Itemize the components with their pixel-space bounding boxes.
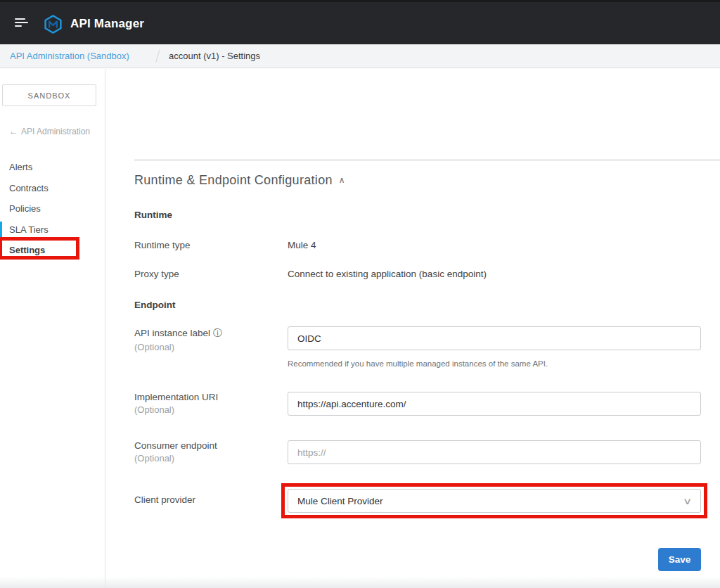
- consumer-endpoint-label-text: Consumer endpoint: [134, 440, 217, 451]
- optional-hint: (Optional): [134, 404, 218, 415]
- back-arrow-icon: ←: [9, 127, 18, 136]
- api-instance-label-helper-text: Recommended if you have multiple managed…: [288, 359, 548, 368]
- breadcrumb-separator-icon: [155, 49, 160, 62]
- proxy-type-value: Connect to existing application (basic e…: [288, 269, 487, 279]
- client-provider-selected-value: Mule Client Provider: [297, 496, 383, 506]
- chevron-down-icon: ∨: [683, 496, 693, 506]
- collapse-caret-icon[interactable]: ∧: [339, 175, 345, 185]
- optional-hint: (Optional): [134, 342, 222, 352]
- sidebar-item-policies[interactable]: Policies: [0, 198, 105, 219]
- hamburger-menu-icon[interactable]: [15, 18, 30, 28]
- info-icon[interactable]: ⓘ: [213, 328, 222, 338]
- client-provider-label: Client provider: [134, 494, 195, 505]
- app-header: API Manager: [0, 2, 720, 44]
- mulesoft-logo-icon[interactable]: [44, 15, 63, 34]
- optional-hint: (Optional): [134, 453, 217, 464]
- settings-panel: Runtime & Endpoint Configuration∧ Runtim…: [106, 69, 720, 588]
- section-divider: [134, 160, 720, 160]
- app-title: API Manager: [70, 17, 144, 31]
- runtime-type-value: Mule 4: [288, 240, 316, 250]
- back-to-api-administration-link[interactable]: ←API Administration: [9, 127, 90, 136]
- implementation-uri-input[interactable]: [288, 392, 701, 416]
- proxy-type-label: Proxy type: [134, 269, 179, 279]
- sidebar-item-contracts[interactable]: Contracts: [0, 178, 105, 199]
- implementation-uri-label: Implementation URI (Optional): [134, 392, 218, 415]
- runtime-type-label: Runtime type: [134, 240, 191, 250]
- section-title-text: Runtime & Endpoint Configuration: [134, 173, 333, 187]
- api-instance-label-text: API instance label: [134, 328, 210, 338]
- breadcrumb-link-api-administration[interactable]: API Administration (Sandbox): [10, 51, 129, 61]
- sidebar-item-alerts[interactable]: Alerts: [0, 157, 105, 178]
- consumer-endpoint-label: Consumer endpoint (Optional): [134, 440, 217, 464]
- sidebar-item-settings[interactable]: Settings: [0, 240, 105, 261]
- back-link-label: API Administration: [21, 127, 90, 136]
- environment-selector-button[interactable]: SANDBOX: [2, 84, 96, 106]
- breadcrumb-current-page: account (v1) - Settings: [169, 51, 260, 61]
- runtime-subheading: Runtime: [134, 210, 172, 220]
- sidebar: SANDBOX ←API Administration Alerts Contr…: [0, 69, 105, 588]
- consumer-endpoint-input[interactable]: [288, 440, 701, 464]
- api-manager-app: API Manager API Administration (Sandbox)…: [0, 0, 720, 588]
- sidebar-nav: Alerts Contracts Policies SLA Tiers Sett…: [0, 157, 105, 261]
- section-header-runtime-endpoint-configuration[interactable]: Runtime & Endpoint Configuration∧: [134, 173, 345, 188]
- endpoint-subheading: Endpoint: [134, 300, 175, 310]
- api-instance-label-label: API instance labelⓘ (Optional): [134, 327, 222, 352]
- breadcrumb: API Administration (Sandbox) account (v1…: [0, 44, 720, 68]
- api-instance-label-input[interactable]: [288, 326, 701, 350]
- sidebar-item-sla-tiers[interactable]: SLA Tiers: [0, 219, 105, 241]
- save-button[interactable]: Save: [658, 548, 701, 571]
- implementation-uri-label-text: Implementation URI: [134, 392, 218, 402]
- client-provider-dropdown[interactable]: Mule Client Provider ∨: [288, 489, 701, 513]
- active-item-indicator: [0, 222, 2, 244]
